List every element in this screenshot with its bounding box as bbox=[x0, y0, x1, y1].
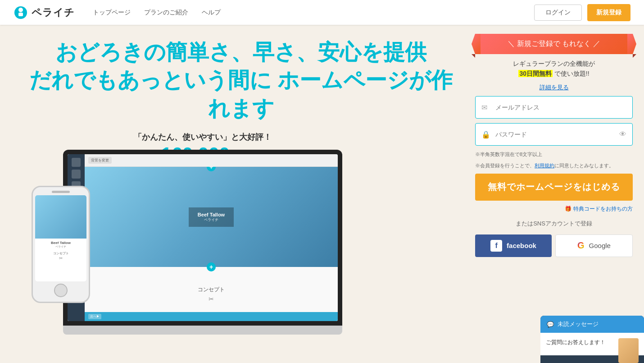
promo-ribbon-left bbox=[472, 54, 475, 58]
overlay-subtext: 「かんたん、使いやすい」と大好評！ bbox=[63, 132, 342, 142]
chat-body: ご質問にお答えします！ bbox=[540, 333, 644, 355]
chat-widget[interactable]: 💬 未読メッセージ ご質問にお答えします！ bbox=[540, 316, 644, 363]
phone-outer: Beef Tallow ペライチ コンセプト ✂ bbox=[32, 186, 90, 303]
screen-add-mid[interactable]: + bbox=[207, 262, 216, 271]
sns-divider: またはSNSアカウントで登録 bbox=[475, 220, 633, 228]
hero-title-line2: だれでもあっという間に ホームページが作れます bbox=[27, 66, 455, 123]
facebook-icon: f bbox=[490, 240, 502, 252]
email-icon: ✉ bbox=[481, 103, 487, 111]
chat-icon: 💬 bbox=[547, 321, 554, 328]
logo[interactable]: ペライチ bbox=[14, 5, 75, 20]
phone-screen-title: Beef Tallow bbox=[37, 241, 84, 245]
screen-title: Beef Tallow bbox=[198, 212, 225, 217]
nav-plan[interactable]: プランのご紹介 bbox=[144, 9, 188, 17]
logo-icon bbox=[14, 5, 28, 20]
screen-content: 背景を変更 + Beef Tallow ペライチ + bbox=[68, 154, 338, 321]
phone-concept: コンセプト bbox=[37, 251, 84, 256]
chat-avatar bbox=[618, 338, 639, 363]
header: ペライチ トップページ プランのご紹介 ヘルプ ログイン 新規登録 bbox=[0, 0, 644, 25]
phone-screen: Beef Tallow ペライチ コンセプト ✂ bbox=[35, 195, 86, 281]
screen-concept: コンセプト bbox=[198, 286, 225, 294]
promo-banner: ＼ 新規ご登録で もれなく ／ bbox=[475, 34, 633, 54]
screen-edit-btn-1[interactable]: 次へ▶ bbox=[88, 314, 101, 319]
main-content: おどろきの簡単さ、早さ、安心を提供 だれでもあっという間に ホームページが作れま… bbox=[0, 25, 644, 363]
phone-home-button bbox=[54, 284, 68, 297]
cta-button[interactable]: 無料でホームページをはじめる bbox=[475, 174, 633, 201]
phone-scissors-icon: ✂ bbox=[37, 256, 84, 261]
left-section: おどろきの簡単さ、早さ、安心を提供 だれでもあっという間に ホームページが作れま… bbox=[0, 25, 464, 363]
phone-speaker bbox=[52, 191, 70, 193]
screen-add-top[interactable]: + bbox=[207, 167, 216, 171]
laptop-base bbox=[63, 326, 342, 335]
screen-edit-bar: 次へ▶ bbox=[85, 312, 338, 321]
screen-subtitle: ペライチ bbox=[198, 217, 225, 222]
register-button[interactable]: 新規登録 bbox=[587, 4, 630, 21]
facebook-label: facebook bbox=[507, 242, 536, 249]
toolbar-btn-bg: 背景を変更 bbox=[88, 157, 112, 164]
promo-banner-text: ＼ 新規ご登録で もれなく ／ bbox=[508, 40, 600, 47]
hero-title-line1: おどろきの簡単さ、早さ、安心を提供 bbox=[27, 38, 455, 66]
form-terms: ※会員登録を行うことで、利用規約に同意したとみなします。 bbox=[475, 162, 633, 169]
password-input-group: 🔒 👁 bbox=[475, 123, 633, 146]
coupon-label: 特典コードをお持ちの方 bbox=[573, 205, 633, 213]
lock-icon: 🔒 bbox=[481, 130, 490, 138]
screen-image-overlay: Beef Tallow ペライチ bbox=[189, 207, 234, 227]
coupon-icon: 🎁 bbox=[565, 206, 571, 212]
password-hint: ※半角英数字混在で8文字以上 bbox=[475, 151, 633, 158]
laptop-screen-outer: 背景を変更 + Beef Tallow ペライチ + bbox=[63, 150, 342, 326]
promo-description: レギュラープランの全機能が 30日間無料 で使い放題!! bbox=[475, 59, 633, 79]
screen-main: + Beef Tallow ペライチ + コンセプト ✂ bbox=[85, 167, 338, 321]
login-button[interactable]: ログイン bbox=[534, 5, 582, 21]
promo-desc-part2: で使い放題!! bbox=[554, 70, 590, 77]
laptop-screen: 背景を変更 + Beef Tallow ペライチ + bbox=[68, 154, 338, 321]
sidebar-icon-2 bbox=[72, 170, 81, 179]
terms-link[interactable]: 利用規約 bbox=[535, 163, 554, 168]
promo-days: 30日間無料 bbox=[518, 70, 553, 77]
phone-screen-image bbox=[35, 195, 86, 239]
screen-scissors-icon: ✂ bbox=[209, 295, 214, 303]
nav-help[interactable]: ヘルプ bbox=[202, 9, 221, 17]
email-input[interactable] bbox=[475, 96, 633, 119]
sidebar-icon-1 bbox=[72, 158, 81, 167]
email-input-group: ✉ bbox=[475, 96, 633, 119]
right-section: ＼ 新規ご登録で もれなく ／ レギュラープランの全機能が 30日間無料 で使い… bbox=[464, 25, 644, 363]
promo-details-link[interactable]: 詳細を見る bbox=[475, 83, 633, 92]
google-icon: G bbox=[577, 240, 585, 251]
nav-top[interactable]: トップページ bbox=[93, 9, 131, 17]
password-input[interactable] bbox=[475, 123, 633, 146]
google-button[interactable]: G Google bbox=[555, 234, 633, 257]
sns-buttons: f facebook G Google bbox=[475, 234, 633, 257]
terms-suffix: に同意したとみなします。 bbox=[554, 163, 614, 168]
chat-header: 💬 未読メッセージ bbox=[540, 316, 644, 333]
laptop-mockup: 背景を変更 + Beef Tallow ペライチ + bbox=[63, 150, 342, 335]
phone-mockup: Beef Tallow ペライチ コンセプト ✂ bbox=[32, 186, 90, 303]
promo-desc-part1: レギュラープランの全機能が bbox=[513, 60, 595, 67]
promo-ribbon-right bbox=[633, 54, 636, 58]
google-label: Google bbox=[589, 242, 611, 249]
chat-header-label: 未読メッセージ bbox=[558, 320, 599, 328]
screen-image: + Beef Tallow ペライチ + bbox=[85, 167, 338, 267]
svg-point-1 bbox=[18, 8, 23, 12]
terms-prefix: ※会員登録を行うことで、 bbox=[475, 163, 535, 168]
hero-title: おどろきの簡単さ、早さ、安心を提供 だれでもあっという間に ホームページが作れま… bbox=[27, 38, 455, 123]
coupon-link[interactable]: 🎁 特典コードをお持ちの方 bbox=[475, 205, 633, 213]
eye-icon[interactable]: 👁 bbox=[619, 130, 626, 138]
svg-rect-2 bbox=[18, 13, 23, 16]
screen-toolbar: 背景を変更 bbox=[85, 154, 338, 167]
facebook-button[interactable]: f facebook bbox=[475, 234, 552, 257]
logo-text: ペライチ bbox=[32, 6, 75, 19]
devices-area: 「かんたん、使いやすい」と大好評！ 登録ユーザー数 160,000 を突破しまし… bbox=[27, 132, 455, 348]
phone-screen-content: Beef Tallow ペライチ コンセプト ✂ bbox=[35, 239, 86, 263]
nav: トップページ プランのご紹介 ヘルプ bbox=[93, 9, 534, 17]
phone-screen-sub: ペライチ bbox=[37, 245, 84, 249]
header-actions: ログイン 新規登録 bbox=[534, 4, 630, 21]
